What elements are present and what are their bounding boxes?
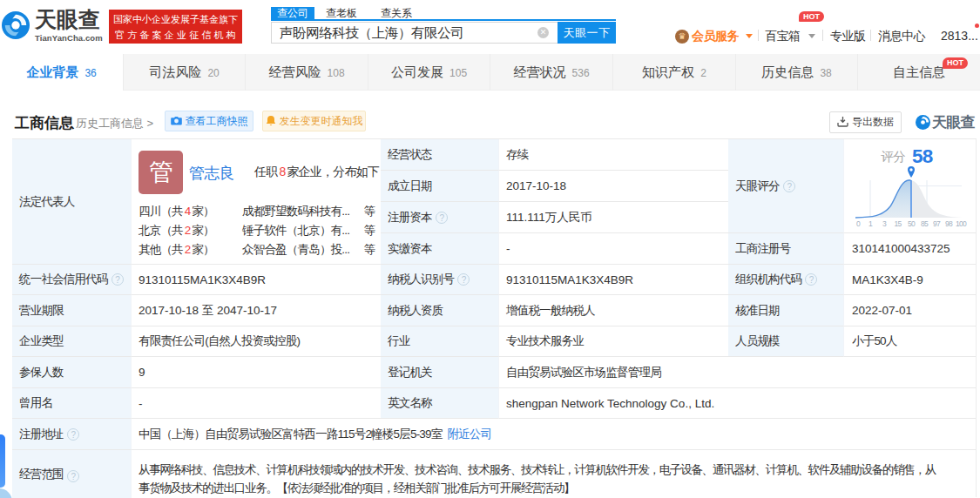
svg-text:50: 50 bbox=[908, 219, 916, 228]
svg-text:58: 58 bbox=[912, 145, 933, 167]
svg-text:3: 3 bbox=[882, 219, 887, 228]
svg-text:15: 15 bbox=[895, 219, 902, 228]
svg-text:85: 85 bbox=[921, 219, 929, 228]
svg-text:1: 1 bbox=[868, 219, 873, 228]
svg-text:98: 98 bbox=[945, 219, 953, 228]
svg-text:97: 97 bbox=[933, 219, 941, 228]
svg-text:100: 100 bbox=[956, 219, 967, 228]
svg-text:0: 0 bbox=[856, 219, 861, 228]
svg-text:评分: 评分 bbox=[881, 150, 906, 164]
